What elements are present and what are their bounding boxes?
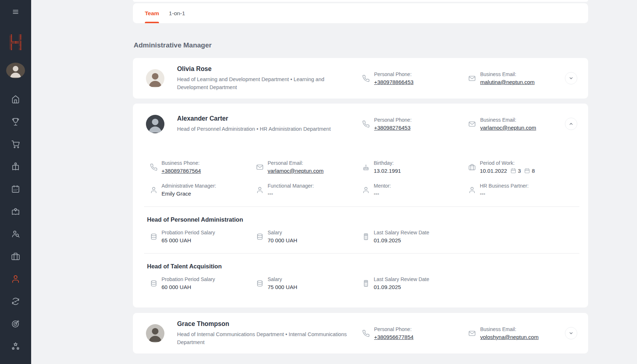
last-salary-review-value: 01.09.2025 bbox=[374, 237, 429, 243]
administrative-manager-value: Emily Grace bbox=[162, 191, 216, 197]
personal-phone-link[interactable]: +380978866453 bbox=[374, 79, 414, 85]
period-of-work-label: Period of Work: bbox=[480, 160, 535, 166]
employee-title: Head of Learning and Development Departm… bbox=[177, 76, 355, 91]
employee-name: Olivia Rose bbox=[177, 65, 355, 73]
hr-business-partner-value: --- bbox=[480, 191, 529, 197]
salary-value: 70 000 UAH bbox=[268, 237, 297, 243]
business-email-link[interactable]: malutina@neptun.com bbox=[480, 79, 535, 85]
employee-card: Grace Thompson Head of Internal Communic… bbox=[133, 313, 588, 353]
people-icon[interactable] bbox=[11, 274, 20, 284]
last-salary-review-label: Last Salary Review Date bbox=[374, 276, 429, 282]
tabs-bar: Team 1-on-1 bbox=[133, 3, 588, 23]
sidebar bbox=[0, 0, 31, 364]
coins-icon bbox=[150, 280, 158, 287]
employee-details: Business Phone: +380897867564 Personal E… bbox=[150, 160, 579, 197]
employee-card: Alexander Carter Head of Personnel Admin… bbox=[133, 104, 588, 307]
sidebar-user-avatar[interactable] bbox=[6, 63, 25, 78]
calendar-icon bbox=[510, 168, 516, 174]
envelope-icon bbox=[468, 330, 476, 337]
coins-icon bbox=[150, 233, 158, 240]
business-email-label: Business Email: bbox=[480, 326, 538, 332]
chevron-down-icon bbox=[567, 330, 575, 337]
avatar bbox=[146, 69, 164, 88]
envelope-icon bbox=[468, 120, 476, 128]
business-phone-label: Business Phone: bbox=[162, 160, 201, 166]
birthday-label: Birthday: bbox=[374, 160, 401, 166]
calendar-icon[interactable] bbox=[11, 184, 20, 194]
personal-phone-label: Personal Phone: bbox=[374, 326, 414, 332]
calendar-icon bbox=[524, 168, 530, 174]
personal-email-label: Personal Email: bbox=[268, 160, 323, 166]
divider bbox=[144, 253, 579, 254]
personal-phone-label: Personal Phone: bbox=[374, 71, 414, 77]
salary-label: Salary bbox=[268, 230, 297, 235]
years-of-work: 3 bbox=[518, 168, 521, 174]
calculator-icon bbox=[362, 233, 370, 240]
business-phone-link[interactable]: +380897867564 bbox=[162, 168, 201, 174]
months-of-work: 8 bbox=[532, 168, 535, 174]
salary-value: 75 000 UAH bbox=[268, 284, 297, 290]
calculator-icon bbox=[362, 280, 370, 287]
hamburger-icon[interactable] bbox=[11, 8, 20, 16]
employee-name: Grace Thompson bbox=[177, 320, 355, 328]
expand-button[interactable] bbox=[565, 72, 577, 84]
employee-card: Olivia Rose Head of Learning and Develop… bbox=[133, 58, 588, 99]
main-content: Team 1-on-1 Administrative Manager Olivi… bbox=[31, 0, 637, 364]
business-email-label: Business Email: bbox=[480, 117, 536, 123]
knowledge-book-icon[interactable] bbox=[11, 207, 20, 216]
period-of-work-value: 10.01.2022 bbox=[480, 168, 507, 174]
employee-name: Alexander Carter bbox=[177, 115, 355, 122]
personal-phone-link[interactable]: +38098276453 bbox=[374, 125, 411, 131]
business-email-link[interactable]: voloshyna@neptun.com bbox=[480, 334, 538, 340]
birthday-value: 13.02.1991 bbox=[374, 168, 401, 174]
divider bbox=[144, 206, 579, 207]
person-icon bbox=[362, 186, 370, 194]
phone-icon bbox=[362, 120, 370, 128]
probation-salary-value: 60 000 UAH bbox=[162, 284, 215, 290]
person-icon bbox=[256, 186, 264, 194]
position-title: Head of Talent Acquisition bbox=[147, 263, 588, 270]
avatar bbox=[146, 115, 164, 133]
previous-card-edge bbox=[133, 0, 588, 2]
position-title: Head of Personnel Administration bbox=[147, 216, 588, 223]
collapse-button[interactable] bbox=[565, 118, 577, 130]
chevron-up-icon bbox=[567, 120, 575, 127]
shopping-cart-icon[interactable] bbox=[11, 139, 20, 149]
employee-title: Head of Internal Communications Departme… bbox=[177, 331, 355, 346]
mentor-label: Mentor: bbox=[374, 183, 391, 189]
last-salary-review-label: Last Salary Review Date bbox=[374, 230, 429, 235]
hr-business-partner-label: HR Business Partner: bbox=[480, 183, 529, 189]
page-title: Administrative Manager bbox=[134, 41, 588, 49]
probation-salary-label: Probation Period Salary bbox=[162, 230, 215, 235]
tab-team[interactable]: Team bbox=[145, 3, 159, 23]
employee-title: Head of Personnel Administration • HR Ad… bbox=[177, 125, 355, 133]
logo-h-icon[interactable] bbox=[8, 34, 23, 50]
functional-manager-label: Functional Manager: bbox=[268, 183, 314, 189]
business-email-label: Business Email: bbox=[480, 71, 535, 77]
position-salary-row: Probation Period Salary 65 000 UAH Salar… bbox=[150, 230, 579, 243]
mentor-value: --- bbox=[374, 191, 391, 197]
probation-salary-value: 65 000 UAH bbox=[162, 237, 215, 243]
person-reading-icon[interactable] bbox=[11, 162, 20, 171]
home-icon[interactable] bbox=[11, 95, 20, 104]
trophy-icon[interactable] bbox=[11, 117, 20, 126]
business-email-link[interactable]: varlamoc@neptun.com bbox=[480, 125, 536, 131]
tab-1-on-1[interactable]: 1-on-1 bbox=[169, 3, 185, 23]
functional-manager-value: --- bbox=[268, 191, 314, 197]
person-search-icon[interactable] bbox=[11, 229, 20, 239]
cake-icon bbox=[362, 163, 370, 171]
personal-phone-link[interactable]: +380956677854 bbox=[374, 334, 414, 340]
target-icon[interactable] bbox=[11, 319, 20, 329]
coins-icon bbox=[256, 233, 264, 240]
stars-icon[interactable] bbox=[11, 342, 20, 351]
phone-icon bbox=[362, 75, 370, 82]
envelope-icon bbox=[256, 163, 264, 171]
position-salary-row: Probation Period Salary 60 000 UAH Salar… bbox=[150, 276, 579, 290]
personal-email-link[interactable]: varlamoc@neptun.com bbox=[268, 168, 323, 174]
briefcase-icon[interactable] bbox=[11, 252, 20, 261]
sync-check-icon[interactable] bbox=[11, 297, 20, 306]
expand-button[interactable] bbox=[565, 327, 577, 339]
coins-icon bbox=[256, 280, 264, 287]
chevron-down-icon bbox=[567, 75, 575, 82]
phone-icon bbox=[362, 330, 370, 337]
